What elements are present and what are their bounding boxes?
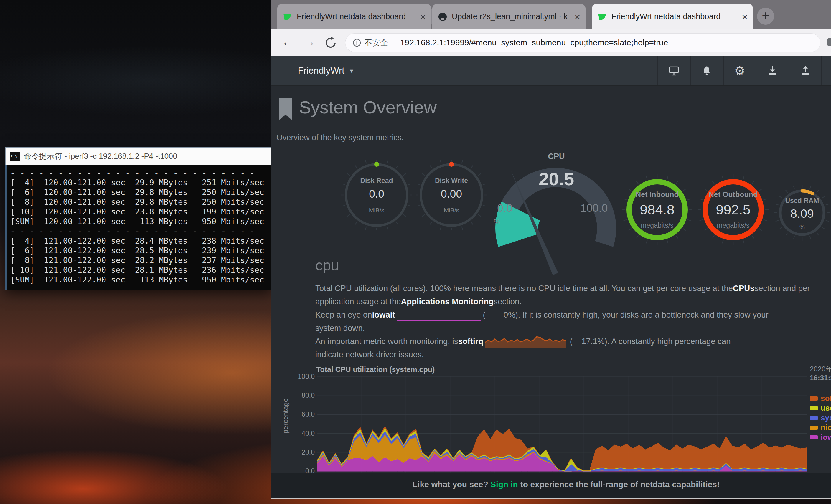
chart-date: 2020年3 [810, 365, 831, 374]
new-tab-button[interactable]: + [757, 8, 774, 25]
help-text-span: ( 17.1%). A constantly high percentage c… [568, 337, 730, 346]
gauge-max: 100.0 [575, 202, 613, 214]
tab-title: Update r2s_lean_minimal.yml · k [452, 12, 571, 21]
url-text[interactable]: 192.168.2.1:19999/#menu_system_submenu_c… [400, 38, 668, 48]
gauge-value: 8.09 [774, 207, 830, 220]
tab-close-icon[interactable]: × [420, 12, 426, 22]
legend-label: user [821, 404, 831, 413]
legend-item-nice[interactable]: nice [810, 423, 831, 433]
forward-button[interactable]: → [303, 35, 316, 49]
chart-title: Total CPU utilization (system.cpu) [316, 365, 435, 374]
help-text-span: iowait [372, 310, 395, 320]
bell-icon [701, 65, 713, 77]
gauge-value: 992.5 [698, 202, 769, 218]
nodes-view-button[interactable] [658, 56, 690, 85]
gauge-label: Used RAM [774, 197, 830, 205]
help-line: Keep an eye on iowait ( 0%). If it is co… [315, 308, 831, 321]
help-text-span: indicate network driver issues. [315, 350, 424, 359]
legend-swatch [810, 435, 818, 440]
help-text-span: softirq [458, 337, 483, 346]
address-bar[interactable]: 不安全 192.168.2.1:19999/#menu_system_subme… [345, 33, 821, 52]
terminal-window[interactable]: C:\_ 命令提示符 - iperf3 -c 192.168.1.2 -P4 -… [5, 147, 271, 291]
terminal-line: - - - - - - - - - - - - - - - - - - - - … [10, 168, 271, 178]
tab-close-icon[interactable]: × [574, 12, 580, 22]
gauge-unit: % [774, 224, 830, 231]
tab-github[interactable]: Update r2s_lean_minimal.yml · k × [432, 4, 585, 29]
tab-strip: FriendlyWrt netdata dashboard × Update r… [271, 0, 831, 29]
clipped-toolbar-icon [828, 38, 831, 46]
legend-swatch [810, 416, 818, 420]
alarms-button[interactable] [690, 56, 723, 85]
legend-item-softirq[interactable]: softirq [810, 393, 831, 403]
legend-item-system[interactable]: system [810, 413, 831, 423]
tab-title: FriendlyWrt netdata dashboard [297, 12, 417, 21]
legend-swatch [810, 406, 818, 410]
upload-icon [800, 65, 811, 77]
cpu-utilization-chart[interactable] [317, 377, 806, 473]
gauge-value: 20.5 [527, 169, 586, 189]
github-favicon [438, 12, 448, 22]
help-line: An important metric worth monitoring, is… [315, 335, 831, 348]
gauge-label: Disk Read [341, 177, 412, 185]
export-snapshot-button[interactable] [789, 56, 822, 85]
terminal-line: - - - - - - - - - - - - - - - - - - - - … [10, 226, 271, 236]
gauge-label: Net Inbound [622, 190, 692, 199]
help-line: application usage at the Applications Mo… [315, 295, 831, 308]
terminal-line: [ 4] 121.00-122.00 sec 28.4 MBytes 238 M… [10, 236, 271, 246]
terminal-titlebar[interactable]: C:\_ 命令提示符 - iperf3 -c 192.168.1.2 -P4 -… [5, 147, 271, 165]
chart-legend: softirqusersystemniceiowait [810, 393, 831, 442]
page-subtitle: Overview of the key system metrics. [277, 133, 404, 142]
omnibox-divider [394, 38, 394, 48]
tab-netdata-2-active[interactable]: FriendlyWrt netdata dashboard × [592, 4, 753, 29]
gauge-unit: % [488, 218, 506, 226]
help-text-span: section. [494, 297, 522, 306]
browser-window: FriendlyWrt netdata dashboard × Update r… [271, 0, 831, 499]
terminal-line: [ 6] 120.00-121.00 sec 29.8 MBytes 250 M… [10, 187, 271, 197]
signin-banner: Like what you see? Sign in to experience… [271, 473, 831, 498]
legend-item-iowait[interactable]: iowait [810, 433, 831, 442]
y-tick-label: 20.0 [288, 448, 315, 456]
legend-swatch [810, 396, 818, 401]
import-snapshot-button[interactable] [756, 56, 789, 85]
help-text-span: An important metric worth monitoring, is [315, 337, 458, 346]
help-line: indicate network driver issues. [315, 348, 831, 361]
cmd-icon: C:\_ [10, 152, 20, 161]
terminal-line: [SUM] 121.00-122.00 sec 113 MBytes 950 M… [10, 275, 271, 285]
chart-time: 16:31:2 [810, 374, 831, 382]
signin-link[interactable]: Sign in [490, 480, 518, 489]
tab-separator [431, 9, 432, 24]
terminal-line: [ 4] 120.00-121.00 sec 29.9 MBytes 251 M… [10, 178, 271, 187]
gear-icon: ⚙ [734, 64, 745, 78]
cpu-section-heading: cpu [315, 257, 339, 274]
gauge-unit: megabits/s [698, 221, 769, 230]
info-icon[interactable] [352, 38, 361, 47]
tab-close-icon[interactable]: × [742, 12, 748, 22]
help-line: Total CPU utilization (all cores). 100% … [315, 281, 831, 295]
terminal-line: [ 10] 120.00-121.00 sec 23.8 MBytes 199 … [10, 207, 271, 216]
y-tick-label: 40.0 [288, 429, 315, 438]
host-name: FriendlyWrt [298, 65, 344, 76]
help-line: system down. [315, 321, 831, 335]
security-label[interactable]: 不安全 [364, 37, 388, 48]
back-button[interactable]: ← [281, 35, 294, 49]
signin-suffix: to experience the full-range of netdata … [518, 480, 720, 489]
settings-button[interactable]: ⚙ [723, 56, 756, 85]
tab-netdata-1[interactable]: FriendlyWrt netdata dashboard × [277, 4, 431, 29]
gauge-value: 0.00 [416, 188, 487, 200]
screen-icon [668, 65, 680, 77]
help-text-span: ( 0%). If it is constantly high, your di… [483, 310, 769, 320]
netdata-favicon [597, 12, 607, 22]
terminal-line: [ 8] 121.00-122.00 sec 28.2 MBytes 237 M… [10, 256, 271, 265]
help-text-span: application usage at the [315, 297, 401, 306]
softirq-sparkline[interactable] [484, 335, 566, 348]
help-text-span: system down. [315, 323, 365, 333]
header-separator [384, 56, 384, 85]
page-title: System Overview [299, 97, 437, 118]
iowait-sparkline[interactable] [396, 314, 482, 321]
help-link[interactable]: Applications Monitoring [401, 297, 494, 306]
help-text-span: section and per [754, 284, 810, 293]
reload-button[interactable] [324, 36, 337, 50]
legend-item-user[interactable]: user [810, 403, 831, 413]
help-link[interactable]: CPUs [733, 284, 754, 293]
host-dropdown[interactable]: FriendlyWrt ▾ [298, 56, 353, 85]
